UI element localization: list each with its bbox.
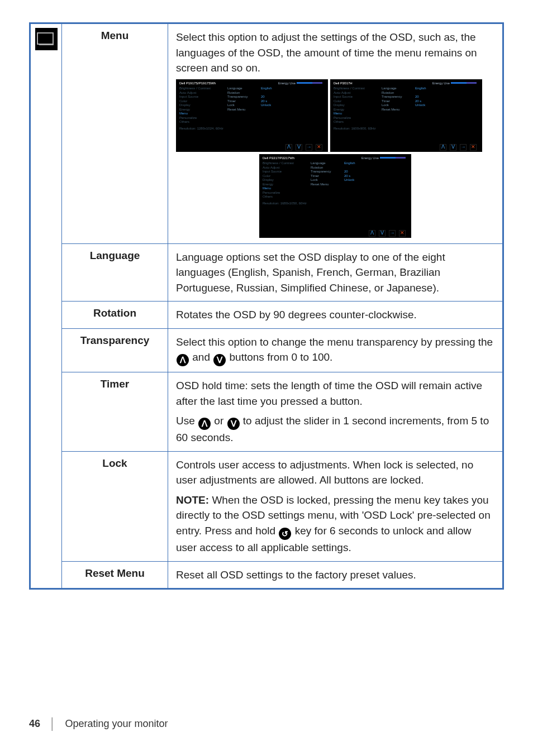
osd-settings-table: Menu Select this option to adjust the se…	[30, 23, 503, 588]
row-label-rotation: Rotation	[62, 302, 168, 329]
menu-desc-text: Select this option to adjust the setting…	[176, 31, 477, 74]
row-desc-reset: Reset all OSD settings to the factory pr…	[168, 561, 503, 588]
row-label-reset: Reset Menu	[62, 561, 168, 588]
row-desc-rotation: Rotates the OSD by 90 degrees counter-cl…	[168, 302, 503, 329]
osd-screenshots: Dell P1917S/P1917SWh Energy Use Brightne…	[176, 79, 494, 238]
osd-energy-bar: Energy Use	[278, 82, 322, 86]
note-label: NOTE:	[176, 494, 209, 506]
osd-right-icon: →	[306, 144, 312, 151]
osd-right-label: Language	[227, 87, 261, 91]
footer-section: Operating your monitor	[65, 718, 168, 730]
osd-resolution: Resolution: 1280x1024, 60Hz	[179, 127, 325, 131]
osd-left-item: Brightness / Contrast	[179, 87, 227, 91]
osd-close-icon: ✕	[316, 144, 322, 151]
footer-separator-icon: │	[49, 717, 56, 730]
row-desc-timer: OSD hold time: sets the length of time t…	[168, 372, 503, 452]
return-icon: ↺	[279, 528, 291, 540]
osd-panel-2: Dell P2017H Energy Use Brightness / Cont…	[330, 79, 482, 152]
row-label-lock: Lock	[62, 451, 168, 561]
page-footer: 46 │ Operating your monitor	[29, 717, 168, 730]
row-desc-lock: Controls user access to adjustments. Whe…	[168, 451, 503, 561]
menu-category-icon	[35, 28, 58, 50]
row-desc-language: Language options set the OSD display to …	[168, 243, 503, 302]
osd-right-val: English	[261, 87, 289, 91]
row-desc-menu: Select this option to adjust the setting…	[168, 24, 503, 244]
osd-up-icon: ᐱ	[285, 144, 292, 151]
osd-panel-3: Dell P2217/P2217Wh Energy Use Brightness…	[259, 154, 411, 238]
up-arrow-icon: ᐱ	[177, 354, 189, 366]
row-label-timer: Timer	[62, 372, 168, 452]
row-label-transparency: Transparency	[62, 328, 168, 372]
osd-buttons: ᐱᐯ→✕	[285, 144, 322, 151]
osd-panel-1: Dell P1917S/P1917SWh Energy Use Brightne…	[176, 79, 328, 152]
up-arrow-icon: ᐱ	[198, 418, 211, 430]
down-arrow-icon: ᐯ	[227, 418, 240, 430]
row-desc-transparency: Select this option to change the menu tr…	[168, 328, 503, 372]
row-label-menu: Menu	[62, 24, 168, 244]
down-arrow-icon: ᐯ	[213, 354, 226, 366]
page-number: 46	[29, 718, 40, 730]
row-label-language: Language	[62, 243, 168, 302]
osd-down-icon: ᐯ	[296, 144, 302, 151]
